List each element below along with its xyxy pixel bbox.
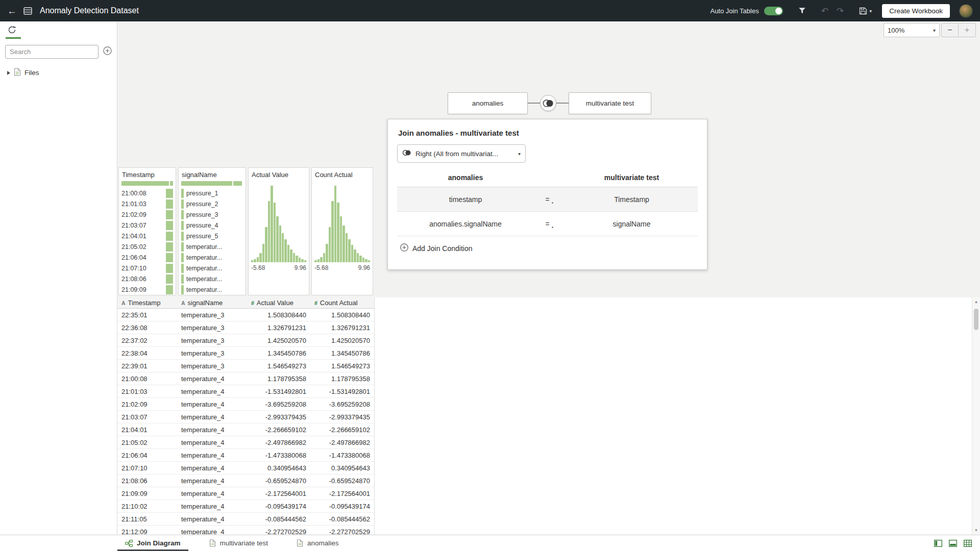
tile-value-row[interactable]: temperatur... — [181, 273, 243, 284]
table-node-anomalies[interactable]: anomalies — [448, 92, 528, 114]
tile-value-label: temperatur... — [186, 243, 222, 251]
create-workbook-button[interactable]: Create Workbook — [882, 4, 950, 18]
table-row[interactable]: 21:04:01temperature_4-2.266659102-2.2666… — [117, 423, 374, 436]
tile-value-row[interactable]: 21:00:08 — [121, 188, 173, 198]
join-condition-row[interactable]: anomalies.signalName=signalName — [397, 212, 698, 236]
scrollbar-thumb[interactable] — [974, 309, 978, 330]
column-header-label: signalName — [188, 299, 223, 307]
table-cell: -1.473380068 — [310, 449, 374, 461]
save-icon[interactable] — [859, 7, 867, 15]
table-cell: temperature_4 — [177, 513, 247, 525]
value-frequency-bar — [181, 253, 184, 262]
undo-icon[interactable]: ↶ — [821, 6, 828, 16]
tile-value-row[interactable]: 21:03:07 — [121, 220, 173, 231]
column-header-actual-value[interactable]: #Actual Value — [247, 297, 310, 308]
table-row[interactable]: 21:11:05temperature_4-0.085444562-0.0854… — [117, 513, 374, 525]
search-input[interactable] — [5, 45, 99, 59]
tile-value-row[interactable]: temperatur... — [181, 284, 243, 295]
column-header-timestamp[interactable]: ATimestamp — [117, 297, 177, 308]
expand-caret-icon[interactable] — [7, 71, 10, 75]
table-node-multivariate-test[interactable]: multivariate test — [569, 92, 651, 114]
table-row[interactable]: 21:09:09temperature_4-2.172564001-2.1725… — [117, 487, 374, 500]
quality-tile-timestamp[interactable]: Timestamp21:00:0821:01:0321:02:0921:03:0… — [118, 167, 176, 295]
table-row[interactable]: 21:10:02temperature_4-0.095439174-0.0954… — [117, 500, 374, 513]
table-row[interactable]: 21:07:10temperature_40.3409546430.340954… — [117, 462, 374, 474]
table-row[interactable]: 22:35:01temperature_31.5083084401.508308… — [117, 309, 374, 321]
column-header-signalname[interactable]: AsignalName — [177, 297, 247, 308]
value-frequency-bar — [166, 221, 173, 230]
operator-caret-icon — [552, 227, 553, 228]
join-type-icon[interactable] — [540, 95, 556, 111]
table-cell: 21:02:09 — [117, 398, 177, 410]
redo-icon[interactable]: ↷ — [837, 6, 844, 16]
tile-value-row[interactable]: pressure_3 — [181, 209, 243, 220]
table-cell: -0.659524870 — [247, 474, 310, 487]
table-row[interactable]: 21:00:08temperature_41.1787953581.178795… — [117, 372, 374, 385]
sidebar-item-files[interactable]: Files — [7, 68, 117, 78]
tile-value-row[interactable]: 21:01:03 — [121, 198, 173, 209]
table-row[interactable]: 21:08:06temperature_4-0.659524870-0.6595… — [117, 474, 374, 487]
table-cell: 1.546549273 — [310, 360, 374, 372]
grid-view-icon[interactable] — [964, 540, 972, 547]
footer-view-toggles — [934, 535, 972, 551]
filter-icon[interactable] — [798, 7, 806, 14]
histogram-bar — [282, 233, 284, 262]
zoom-level-select[interactable]: 100% ▾ — [884, 23, 940, 37]
table-row[interactable]: 21:12:09temperature_4-2.272702529-2.2727… — [117, 525, 374, 535]
panel-bottom-icon[interactable] — [949, 540, 957, 547]
back-icon[interactable]: ← — [7, 6, 17, 16]
table-row[interactable]: 22:36:08temperature_31.3267912311.326791… — [117, 321, 374, 334]
tile-value-row[interactable]: temperatur... — [181, 263, 243, 273]
zoom-in-button[interactable]: + — [959, 23, 976, 37]
panel-left-icon[interactable] — [934, 540, 942, 547]
scroll-down-icon[interactable]: ▼ — [972, 528, 980, 533]
tile-value-row[interactable]: 21:02:09 — [121, 209, 173, 220]
tile-value-row[interactable]: 21:04:01 — [121, 231, 173, 241]
join-condition-operator[interactable]: = — [534, 220, 565, 228]
histogram-bar — [326, 244, 328, 262]
tile-value-row[interactable]: pressure_4 — [181, 220, 243, 231]
scroll-up-icon[interactable]: ▲ — [972, 299, 980, 304]
column-header-count-actual[interactable]: #Count Actual — [310, 297, 374, 308]
quality-tile-count-actual[interactable]: Count Actual-5.689.96 — [311, 167, 373, 295]
avatar[interactable] — [959, 4, 973, 18]
footer-tab-multivariate-test[interactable]: multivariate test — [202, 535, 276, 551]
table-cell: temperature_4 — [177, 372, 247, 385]
footer-tab-anomalies[interactable]: anomalies — [289, 535, 347, 551]
table-row[interactable]: 22:38:04temperature_31.3454507861.345450… — [117, 347, 374, 360]
quality-tile-signalname[interactable]: signalNamepressure_1pressure_2pressure_3… — [178, 167, 246, 295]
table-row[interactable]: 21:01:03temperature_4-1.531492801-1.5314… — [117, 385, 374, 398]
data-sources-tab-icon[interactable] — [7, 28, 17, 36]
add-data-icon[interactable] — [103, 46, 112, 57]
tile-value-row[interactable]: temperatur... — [181, 252, 243, 263]
table-row[interactable]: 21:05:02temperature_4-2.497866982-2.4978… — [117, 436, 374, 449]
join-condition-row[interactable]: timestamp=Timestamp — [397, 187, 698, 212]
auto-join-toggle[interactable] — [764, 7, 783, 15]
tile-value-row[interactable]: 21:07:10 — [121, 263, 173, 273]
histogram-bar — [268, 201, 270, 262]
tile-value-row[interactable]: 21:05:02 — [121, 241, 173, 252]
join-condition-operator[interactable]: = — [534, 195, 565, 204]
footer-tab-join-diagram[interactable]: Join Diagram — [117, 535, 188, 551]
tile-value-row[interactable]: pressure_5 — [181, 231, 243, 241]
table-cell: -3.695259208 — [310, 398, 374, 410]
tile-value-row[interactable]: temperatur... — [181, 241, 243, 252]
table-row[interactable]: 22:37:02temperature_31.4250205701.425020… — [117, 334, 374, 347]
tile-value-row[interactable]: 21:09:09 — [121, 284, 173, 295]
table-row[interactable]: 21:02:09temperature_4-3.695259208-3.6952… — [117, 398, 374, 411]
join-diagram-canvas[interactable]: 100% ▾ − + anomalies multivariate test J… — [117, 21, 980, 535]
table-row[interactable]: 21:06:04temperature_4-1.473380068-1.4733… — [117, 449, 374, 462]
tile-value-row[interactable]: pressure_2 — [181, 198, 243, 209]
tile-value-row[interactable]: pressure_1 — [181, 188, 243, 198]
vertical-scrollbar[interactable]: ▲ ▼ — [972, 297, 980, 535]
tile-value-row[interactable]: 21:08:06 — [121, 273, 173, 284]
table-row[interactable]: 21:03:07temperature_4-2.993379435-2.9933… — [117, 411, 374, 423]
quality-tile-actual-value[interactable]: Actual Value-5.689.96 — [248, 167, 309, 295]
table-cell: -2.272702529 — [247, 525, 310, 535]
tile-value-row[interactable]: 21:06:04 — [121, 252, 173, 263]
table-row[interactable]: 22:39:01temperature_31.5465492731.546549… — [117, 360, 374, 372]
add-join-condition-button[interactable]: Add Join Condition — [400, 243, 707, 253]
save-menu-caret-icon[interactable]: ▾ — [869, 8, 872, 14]
zoom-out-button[interactable]: − — [941, 23, 959, 37]
join-type-select[interactable]: Right (All from multivariat... ▾ — [397, 144, 526, 163]
